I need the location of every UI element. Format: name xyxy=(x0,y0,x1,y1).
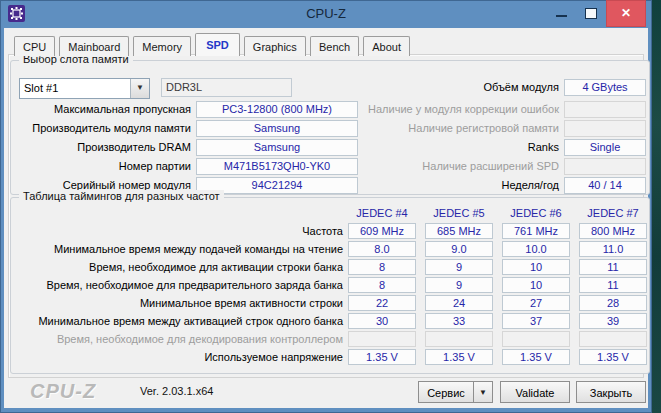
cell-value: 33 xyxy=(425,313,493,329)
field-row-registered: Наличие регистровой памяти xyxy=(11,120,649,137)
row-label: Минимальное время между подачей команды … xyxy=(11,241,343,257)
close-button[interactable]: ✕ xyxy=(606,0,646,27)
tab-bench[interactable]: Bench xyxy=(310,36,359,56)
cell-value: 1.35 V xyxy=(579,349,647,365)
row-label: Время, необходимое для активации строки … xyxy=(11,259,343,275)
cpuz-window: CPU-Z ✕ xyxy=(0,0,652,413)
cell-value: 22 xyxy=(348,295,416,311)
cell-value: 1.35 V xyxy=(425,349,493,365)
field-label: Неделя/год xyxy=(311,177,559,194)
cell-value: 609 MHz xyxy=(348,223,416,239)
cell-value: 10 xyxy=(502,277,570,293)
close-icon: ✕ xyxy=(621,6,631,20)
cell-value: 24 xyxy=(425,295,493,311)
row-label: Время, необходимое для декодирования кон… xyxy=(11,331,343,347)
cell-value: 9.0 xyxy=(425,241,493,257)
version-label: Ver. 2.03.1.x64 xyxy=(140,385,213,397)
cell-value xyxy=(502,331,570,347)
timings-table-group: Таблица таймингов для разных частот JEDE… xyxy=(10,197,650,374)
service-button[interactable]: Сервис xyxy=(418,381,474,403)
column-header-jedec7: JEDEC #7 xyxy=(579,206,647,220)
cell-value xyxy=(348,331,416,347)
field-label: Ranks xyxy=(311,139,559,156)
field-row-ecc: Наличие у модуля коррекции ошибок xyxy=(11,101,649,118)
table-row-ras-to-cas: Время, необходимое для активации строки … xyxy=(11,259,649,275)
cell-value: 9 xyxy=(425,277,493,293)
footer-bar: CPU-Z Ver. 2.03.1.x64 Сервис ▼ Validate … xyxy=(4,376,648,408)
column-header-jedec4: JEDEC #4 xyxy=(348,206,416,220)
row-label: Время, необходимое для предварительного … xyxy=(11,277,343,293)
cell-value: 28 xyxy=(579,295,647,311)
cell-value: 8.0 xyxy=(348,241,416,257)
validate-button[interactable]: Validate xyxy=(500,381,570,403)
cell-value xyxy=(425,331,493,347)
table-row-command-rate: Время, необходимое для декодирования кон… xyxy=(11,331,649,347)
row-label: Частота xyxy=(11,223,343,239)
cell-value xyxy=(579,331,647,347)
column-header-jedec6: JEDEC #6 xyxy=(502,206,570,220)
maximize-icon xyxy=(585,8,597,19)
timings-group-title: Таблица таймингов для разных частот xyxy=(19,190,224,202)
slot-selection-group: Выбор слота памяти Slot #1 ▼ DDR3L Макси… xyxy=(10,60,650,195)
cell-value: 761 MHz xyxy=(502,223,570,239)
screen: CPU-Z ✕ xyxy=(0,0,661,413)
column-header-jedec5: JEDEC #5 xyxy=(425,206,493,220)
table-row-frequency: Частота 609 MHz 685 MHz 761 MHz 800 MHz xyxy=(11,223,649,239)
field-label: Наличие расширений SPD xyxy=(311,158,559,175)
table-row-ras-precharge: Время, необходимое для предварительного … xyxy=(11,277,649,293)
field-value: 40 / 14 xyxy=(564,177,646,194)
cell-value: 8 xyxy=(348,259,416,275)
close-app-button[interactable]: Закрыть xyxy=(576,381,646,403)
desktop-background xyxy=(652,0,661,413)
field-value: Single xyxy=(564,139,646,156)
cpuz-logo: CPU-Z xyxy=(30,380,96,403)
field-label: Наличие регистровой памяти xyxy=(311,120,559,137)
row-label: Минимальное время активности строки xyxy=(11,295,343,311)
tab-mainboard[interactable]: Mainboard xyxy=(59,36,129,56)
cell-value: 11 xyxy=(579,277,647,293)
cell-value: 1.35 V xyxy=(502,349,570,365)
maximize-button[interactable] xyxy=(578,0,604,27)
tab-strip: CPU Mainboard Memory SPD Graphics Bench … xyxy=(14,33,411,55)
cpuz-app-icon xyxy=(8,5,25,22)
field-row-spd-ext: Наличие расширений SPD xyxy=(11,158,649,175)
cell-value: 8 xyxy=(348,277,416,293)
titlebar: CPU-Z ✕ xyxy=(0,0,652,28)
table-row-voltage: Используемое напряжение 1.35 V 1.35 V 1.… xyxy=(11,349,649,365)
cell-value: 10 xyxy=(502,259,570,275)
cell-value: 1.35 V xyxy=(348,349,416,365)
service-dropdown-icon[interactable]: ▼ xyxy=(473,381,493,403)
tab-spd[interactable]: SPD xyxy=(195,33,240,56)
cell-value: 800 MHz xyxy=(579,223,647,239)
field-value: 4 GBytes xyxy=(564,79,646,96)
field-label: Объём модуля xyxy=(311,79,559,96)
table-row-tras: Минимальное время активности строки 22 2… xyxy=(11,295,649,311)
field-value xyxy=(564,120,646,137)
tab-cpu[interactable]: CPU xyxy=(14,36,55,56)
table-row-trc: Минимальное время между активацией строк… xyxy=(11,313,649,329)
tab-memory[interactable]: Memory xyxy=(133,36,191,56)
cell-value: 11 xyxy=(579,259,647,275)
row-label: Используемое напряжение xyxy=(11,349,343,365)
table-row-cas-latency: Минимальное время между подачей команды … xyxy=(11,241,649,257)
client-area: CPU Mainboard Memory SPD Graphics Bench … xyxy=(4,28,648,408)
cell-value: 9 xyxy=(425,259,493,275)
minimize-button[interactable] xyxy=(548,0,574,27)
field-value xyxy=(564,101,646,118)
cell-value: 27 xyxy=(502,295,570,311)
row-label: Минимальное время между активацией строк… xyxy=(11,313,343,329)
field-label: Наличие у модуля коррекции ошибок xyxy=(311,101,559,118)
minimize-icon xyxy=(556,15,567,17)
tab-about[interactable]: About xyxy=(363,36,410,56)
field-value xyxy=(564,158,646,175)
cell-value: 10.0 xyxy=(502,241,570,257)
cell-value: 11.0 xyxy=(579,241,647,257)
cell-value: 37 xyxy=(502,313,570,329)
cell-value: 30 xyxy=(348,313,416,329)
field-row-module-size: Объём модуля 4 GBytes xyxy=(11,79,649,96)
cell-value: 39 xyxy=(579,313,647,329)
cell-value: 685 MHz xyxy=(425,223,493,239)
tab-graphics[interactable]: Graphics xyxy=(244,36,306,56)
field-row-ranks: Ranks Single xyxy=(11,139,649,156)
